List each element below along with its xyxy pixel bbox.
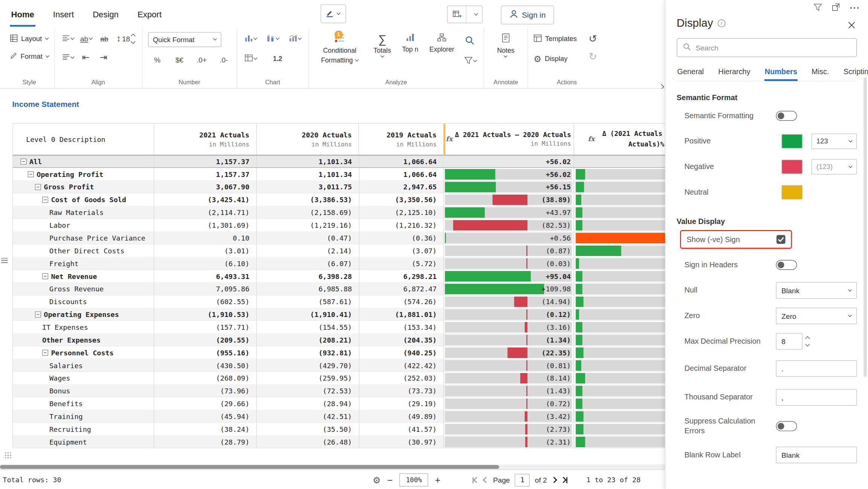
table-row[interactable]: Net Revenue 6,493.31 6,398.28 6,298.21 +… <box>13 270 665 283</box>
table-row[interactable]: Bonus (73.96) (72.53) (73.73) (1.43) <box>13 385 665 398</box>
table-row[interactable]: Freight (6.10) (6.07) (5.72) (0.03) <box>13 257 665 270</box>
header-description[interactable]: Level 0 Description <box>13 123 154 154</box>
zoom-level[interactable]: 100% <box>399 473 428 486</box>
collapse-icon[interactable] <box>42 197 48 203</box>
panel-tab-hierarchy[interactable]: Hierarchy <box>718 64 751 81</box>
suppress-calculation-errors-toggle[interactable] <box>776 421 797 431</box>
negative-format-dropdown[interactable]: (123) <box>811 159 857 175</box>
table-row[interactable]: All 1,157.37 1,101.34 1,066.64 +56.02 <box>13 155 665 168</box>
templates-button[interactable]: Templates <box>533 32 577 45</box>
table-row[interactable]: Cost of Goods Sold (3,425.41) (3,386.53)… <box>13 193 665 206</box>
zero-dropdown[interactable]: Zero <box>776 308 857 324</box>
table-row[interactable]: Wages (268.09) (259.95) (252.03) (8.14) <box>13 372 665 385</box>
format-painter-dropdown[interactable] <box>321 5 346 23</box>
table-row[interactable]: Equipment (28.79) (26.48) (30.97) (2.31) <box>13 436 665 448</box>
indent-button[interactable]: ⇥ <box>96 51 111 64</box>
max-decimal-precision-input[interactable]: 8 <box>776 333 803 350</box>
row-height-stepper[interactable]: ↕ 18 <box>115 32 136 45</box>
strikethrough-button[interactable]: ab <box>97 32 112 45</box>
wrap-text-button[interactable]: ab <box>78 32 93 45</box>
semantic-formatting-toggle[interactable] <box>776 111 797 120</box>
table-row[interactable]: Benefits (29.66) (28.94) (29.19) (0.72) <box>13 398 665 410</box>
decimal-display-button[interactable]: 1.2 <box>270 52 285 65</box>
table-row[interactable]: Operating Profit 1,157.37 1,101.34 1,066… <box>13 168 665 181</box>
explorer-button[interactable]: Explorer <box>426 32 457 67</box>
table-row[interactable]: IT Expenses (157.71) (154.55) (153.34) (… <box>13 321 665 334</box>
vertical-align-button[interactable] <box>60 51 75 64</box>
table-row[interactable]: Labor (1,301.69) (1,219.16) (1,216.32) (… <box>13 219 665 232</box>
table-row[interactable]: Salaries (430.50) (429.70) (422.42) (0.8… <box>13 359 665 372</box>
blank-row-label-input[interactable]: Blank <box>776 447 857 463</box>
bar-chart-button[interactable] <box>243 32 258 45</box>
close-panel-icon[interactable] <box>848 21 856 32</box>
show-negative-sign-checkbox[interactable] <box>776 235 785 244</box>
percent-format-button[interactable]: % <box>150 53 164 66</box>
zoom-out-button[interactable]: − <box>387 475 393 484</box>
table-row[interactable]: Training (45.94) (42.51) (49.89) (3.42) <box>13 410 665 423</box>
stepper-arrows[interactable] <box>806 337 809 346</box>
collapse-icon[interactable] <box>35 311 41 317</box>
tab-export[interactable]: Export <box>136 2 163 26</box>
more-options-icon[interactable]: ··· <box>850 3 860 13</box>
conditional-formatting-button[interactable]: 1 Conditional Formatting <box>314 32 365 67</box>
popout-icon[interactable] <box>832 3 840 13</box>
panel-search[interactable] <box>677 38 857 57</box>
table-row[interactable]: Raw Materials (2,114.71) (2,158.69) (2,1… <box>13 206 665 219</box>
first-page-button[interactable] <box>472 477 478 483</box>
search-input[interactable] <box>695 44 851 52</box>
sign-in-button[interactable]: Sign in <box>501 6 554 24</box>
thousand-separator-input[interactable]: , <box>776 389 857 405</box>
search-data-button[interactable] <box>463 34 477 47</box>
panel-tab-misc[interactable]: Misc. <box>811 64 830 81</box>
last-page-button[interactable] <box>561 477 567 483</box>
tab-home[interactable]: Home <box>10 2 35 26</box>
next-page-button[interactable] <box>552 478 556 482</box>
redo-button[interactable]: ↻ <box>586 50 600 63</box>
header-2019-actuals[interactable]: 2019 Actualsin Millions <box>359 123 444 154</box>
positive-color-swatch[interactable] <box>781 134 802 148</box>
header-delta-pct-column[interactable]: fx Δ (2021 Actuals – 2020 Actuals)% <box>574 123 665 154</box>
layout-button[interactable]: Layout <box>10 32 48 45</box>
collapse-icon[interactable] <box>42 350 48 356</box>
format-button[interactable]: Format <box>10 50 48 63</box>
decrease-decimal-button[interactable]: .0- <box>217 53 231 66</box>
settings-gear-icon[interactable]: ⚙ <box>373 475 381 485</box>
decimal-separator-input[interactable]: . <box>776 360 857 377</box>
undo-button[interactable]: ↺ <box>586 32 600 45</box>
header-delta-column[interactable]: fx Δ 2021 Actuals – 2020 Actualsin Milli… <box>444 123 574 154</box>
totals-button[interactable]: ∑ Totals <box>371 32 394 67</box>
collapse-icon[interactable] <box>20 158 26 165</box>
grid-handle-icon[interactable] <box>5 452 12 459</box>
previous-page-button[interactable] <box>484 478 488 482</box>
display-button[interactable]: ⚙ Display <box>533 52 577 65</box>
panel-tab-general[interactable]: General <box>677 64 704 81</box>
table-row[interactable]: Gross Revenue 7,095.86 6,985.88 6,872.47… <box>13 283 665 296</box>
increase-decimal-button[interactable]: .0+ <box>194 53 209 66</box>
stacked-chart-button[interactable] <box>265 32 280 45</box>
panel-scrollbar[interactable] <box>863 78 867 377</box>
panel-tab-numbers[interactable]: Numbers <box>764 64 798 81</box>
info-icon[interactable] <box>717 19 725 27</box>
table-row[interactable]: Operating Expenses (1,910.53) (1,910.41)… <box>13 308 665 321</box>
collapse-icon[interactable] <box>42 273 48 279</box>
currency-format-button[interactable]: $€ <box>172 53 186 66</box>
horizontal-scrollbar[interactable] <box>0 465 665 469</box>
collapse-icon[interactable] <box>28 171 34 177</box>
table-row[interactable]: Discounts (602.55) (587.61) (574.26) (14… <box>13 296 665 308</box>
header-2021-actuals[interactable]: 2021 Actualsin Millions <box>154 123 257 154</box>
neutral-color-swatch[interactable] <box>781 185 802 200</box>
tab-design[interactable]: Design <box>92 2 120 26</box>
negative-color-swatch[interactable] <box>781 160 802 174</box>
combo-chart-button[interactable] <box>287 32 303 45</box>
table-row[interactable]: Personnel Costs (955.16) (932.81) (940.2… <box>13 346 665 359</box>
positive-format-dropdown[interactable]: 123 <box>811 134 857 149</box>
zoom-in-button[interactable]: + <box>435 475 441 484</box>
row-drag-handle-icon[interactable] <box>1 258 8 264</box>
sign-in-headers-toggle[interactable] <box>776 260 797 270</box>
header-2020-actuals[interactable]: 2020 Actualsin Millions <box>257 123 359 154</box>
scrollbar-thumb[interactable] <box>0 465 499 469</box>
page-number-input[interactable] <box>515 474 530 486</box>
table-row[interactable]: Other Direct Costs (3.01) (2.14) (3.07) … <box>13 244 665 257</box>
notes-button[interactable]: Notes <box>490 32 522 57</box>
filter-button[interactable] <box>463 54 478 67</box>
